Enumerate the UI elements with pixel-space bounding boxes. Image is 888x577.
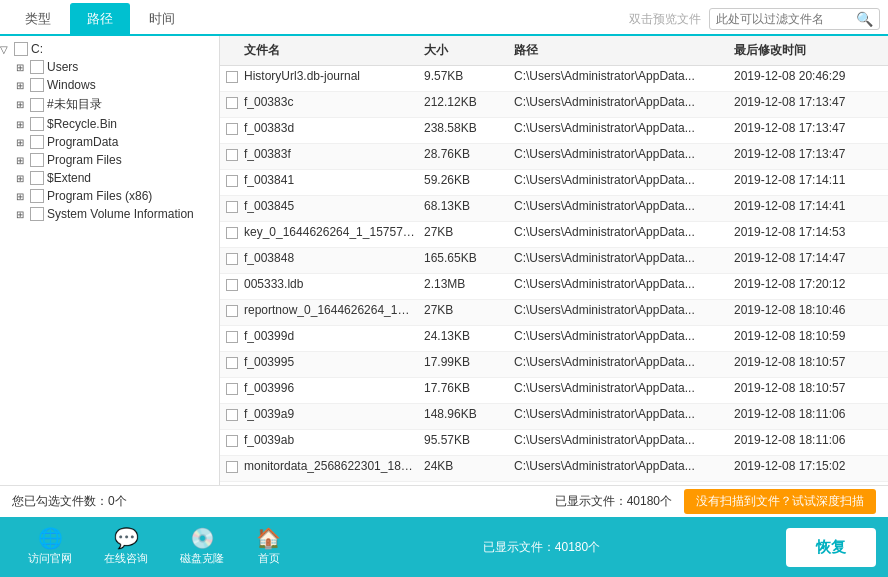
tab-path[interactable]: 路径 <box>70 3 130 34</box>
tree-label-sysvolinfo: System Volume Information <box>47 207 194 221</box>
row-check[interactable] <box>220 92 240 117</box>
file-checkbox[interactable] <box>226 461 238 473</box>
row-check[interactable] <box>220 352 240 377</box>
tree-checkbox-users[interactable] <box>30 60 44 74</box>
tree-checkbox-unknown[interactable] <box>30 98 44 112</box>
tree-toggle-x86: ⊞ <box>16 191 30 202</box>
globe-icon: 🌐 <box>38 528 63 548</box>
row-check[interactable] <box>220 300 240 325</box>
row-check[interactable] <box>220 222 240 247</box>
tree-item-programfiles-x86[interactable]: ⊞ Program Files (x86) <box>0 187 219 205</box>
file-checkbox[interactable] <box>226 149 238 161</box>
row-modified: 2019-12-08 18:10:46 <box>730 300 888 325</box>
tab-type[interactable]: 类型 <box>8 3 68 34</box>
row-check[interactable] <box>220 248 240 273</box>
row-check[interactable] <box>220 274 240 299</box>
tree-checkbox-extend[interactable] <box>30 171 44 185</box>
row-check[interactable] <box>220 144 240 169</box>
tree-checkbox-programdata[interactable] <box>30 135 44 149</box>
table-row[interactable]: reportnow_0_1644626264_1_15... 27KB C:\U… <box>220 300 888 326</box>
file-checkbox[interactable] <box>226 201 238 213</box>
recover-btn[interactable]: 恢复 <box>786 528 876 567</box>
tree-checkbox-windows[interactable] <box>30 78 44 92</box>
tree-checkbox-recycle[interactable] <box>30 117 44 131</box>
row-path: C:\Users\Administrator\AppData... <box>510 170 730 195</box>
row-modified: 2019-12-08 18:10:57 <box>730 378 888 403</box>
file-checkbox[interactable] <box>226 97 238 109</box>
row-check[interactable] <box>220 118 240 143</box>
tree-label-x86: Program Files (x86) <box>47 189 152 203</box>
tree-item-programdata[interactable]: ⊞ ProgramData <box>0 133 219 151</box>
row-check[interactable] <box>220 378 240 403</box>
table-row[interactable]: f_00383c 212.12KB C:\Users\Administrator… <box>220 92 888 118</box>
file-checkbox[interactable] <box>226 175 238 187</box>
row-filename: monitordata_2568622301_18238 <box>240 456 420 481</box>
tree-item-recycle[interactable]: ⊞ $Recycle.Bin <box>0 115 219 133</box>
table-row[interactable]: f_0039ab 95.57KB C:\Users\Administrator\… <box>220 430 888 456</box>
file-checkbox[interactable] <box>226 357 238 369</box>
col-filename: 文件名 <box>240 40 420 61</box>
row-modified: 2019-12-08 17:13:47 <box>730 92 888 117</box>
tree-checkbox-x86[interactable] <box>30 189 44 203</box>
row-modified: 2019-12-08 17:14:47 <box>730 248 888 273</box>
row-check[interactable] <box>220 326 240 351</box>
tree-item-programfiles[interactable]: ⊞ Program Files <box>0 151 219 169</box>
table-row[interactable]: f_00383d 238.58KB C:\Users\Administrator… <box>220 118 888 144</box>
tree-root[interactable]: ▽ C: <box>0 40 219 58</box>
table-row[interactable]: f_0039a9 148.96KB C:\Users\Administrator… <box>220 404 888 430</box>
file-checkbox[interactable] <box>226 409 238 421</box>
row-check[interactable] <box>220 482 240 485</box>
table-row[interactable]: 005333.ldb 2.13MB C:\Users\Administrator… <box>220 274 888 300</box>
tree-toggle-extend: ⊞ <box>16 173 30 184</box>
row-check[interactable] <box>220 196 240 221</box>
table-row[interactable]: HistoryUrl3.db-journal 9.57KB C:\Users\A… <box>220 66 888 92</box>
table-row[interactable]: monitordata_2568622301_18238 24KB C:\Use… <box>220 456 888 482</box>
tree-label-programdata: ProgramData <box>47 135 118 149</box>
file-checkbox[interactable] <box>226 123 238 135</box>
row-check[interactable] <box>220 66 240 91</box>
table-row[interactable]: f_003996 17.76KB C:\Users\Administrator\… <box>220 378 888 404</box>
consult-btn[interactable]: 💬 在线咨询 <box>88 524 164 570</box>
table-row[interactable]: f_003845 68.13KB C:\Users\Administrator\… <box>220 196 888 222</box>
tree-item-users[interactable]: ⊞ Users <box>0 58 219 76</box>
main-area: ▽ C: ⊞ Users ⊞ Windows ⊞ #未知目录 ⊞ $Recycl… <box>0 36 888 485</box>
file-checkbox[interactable] <box>226 331 238 343</box>
table-row[interactable]: f_003848 165.65KB C:\Users\Administrator… <box>220 248 888 274</box>
tree-checkbox-programfiles[interactable] <box>30 153 44 167</box>
tree-item-windows[interactable]: ⊞ Windows <box>0 76 219 94</box>
file-checkbox[interactable] <box>226 227 238 239</box>
tree-checkbox-root[interactable] <box>14 42 28 56</box>
clone-btn[interactable]: 💿 磁盘克隆 <box>164 524 240 570</box>
table-row[interactable]: f_003995 17.99KB C:\Users\Administrator\… <box>220 352 888 378</box>
file-checkbox[interactable] <box>226 305 238 317</box>
table-row[interactable]: f_00399d 24.13KB C:\Users\Administrator\… <box>220 326 888 352</box>
file-checkbox[interactable] <box>226 253 238 265</box>
tab-time[interactable]: 时间 <box>132 3 192 34</box>
row-check[interactable] <box>220 456 240 481</box>
website-btn[interactable]: 🌐 访问官网 <box>12 524 88 570</box>
row-check[interactable] <box>220 170 240 195</box>
table-row[interactable]: key_0_1644626264_1_15757796... 27KB C:\U… <box>220 222 888 248</box>
row-size: 2.13MB <box>420 274 510 299</box>
search-input[interactable] <box>716 12 856 26</box>
tree-item-unknown-dir[interactable]: ⊞ #未知目录 <box>0 94 219 115</box>
row-path: C:\Users\Administrator\AppData... <box>510 430 730 455</box>
row-check[interactable] <box>220 430 240 455</box>
tree-item-sysvolinfo[interactable]: ⊞ System Volume Information <box>0 205 219 223</box>
table-row[interactable]: f_00383f 28.76KB C:\Users\Administrator\… <box>220 144 888 170</box>
row-check[interactable] <box>220 404 240 429</box>
file-list-body: HistoryUrl3.db-journal 9.57KB C:\Users\A… <box>220 66 888 485</box>
search-icon[interactable]: 🔍 <box>856 11 873 27</box>
row-filename: f_003996 <box>240 378 420 403</box>
file-checkbox[interactable] <box>226 71 238 83</box>
row-size: 28.76KB <box>420 144 510 169</box>
tree-checkbox-sysvolinfo[interactable] <box>30 207 44 221</box>
file-checkbox[interactable] <box>226 383 238 395</box>
file-checkbox[interactable] <box>226 279 238 291</box>
table-row[interactable]: key_2568622301_1644626264_... 27KB C:\Us… <box>220 482 888 485</box>
file-checkbox[interactable] <box>226 435 238 447</box>
tree-item-extend[interactable]: ⊞ $Extend <box>0 169 219 187</box>
table-row[interactable]: f_003841 59.26KB C:\Users\Administrator\… <box>220 170 888 196</box>
home-btn[interactable]: 🏠 首页 <box>240 524 297 570</box>
deep-scan-btn[interactable]: 没有扫描到文件？试试深度扫描 <box>684 489 876 514</box>
